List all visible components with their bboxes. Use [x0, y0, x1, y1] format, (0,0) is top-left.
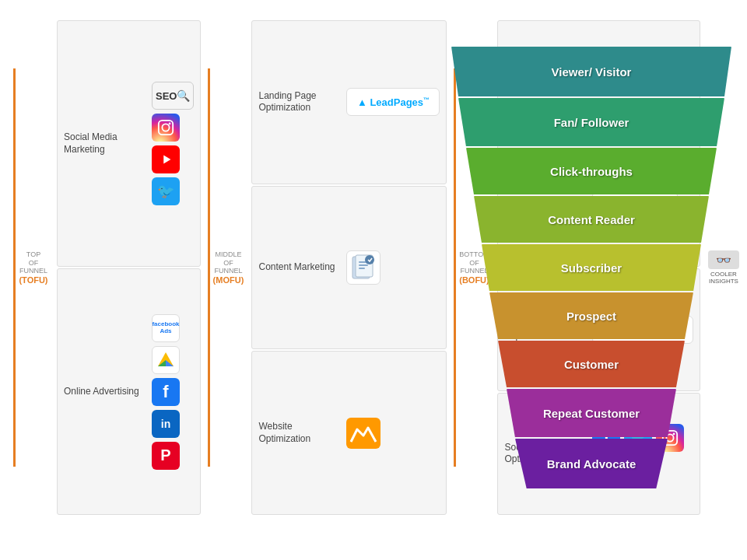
funnel-segment-4: Subscriber — [482, 244, 701, 291]
row-icons: facebookAdsfinP — [152, 314, 194, 470]
funnel-row: Landing Page Optimization▲ LeadPages™ — [251, 20, 447, 184]
rows-mofu: Landing Page Optimization▲ LeadPages™Con… — [251, 19, 447, 516]
segment-label-0: Viewer/ Visitor — [552, 65, 632, 79]
funnel-segment-8: Brand Advocate — [515, 439, 668, 488]
google-ads-icon — [152, 346, 180, 374]
section-accent-label-mofu: (MOFU) — [213, 275, 244, 285]
funnel-segment-2: Click-throughs — [466, 148, 717, 194]
funnel-row: Online AdvertisingfacebookAdsfinP — [57, 268, 201, 515]
segment-label-7: Repeat Customer — [543, 407, 640, 420]
pinterest-icon: P — [152, 442, 180, 470]
facebook-icon: f — [152, 378, 180, 406]
svg-marker-3 — [163, 156, 170, 164]
segment-label-8: Brand Advocate — [547, 457, 636, 471]
row-label: Landing Page Optimization — [258, 90, 340, 114]
funnel-segment-5: Prospect — [489, 292, 693, 339]
website-icon — [346, 418, 381, 449]
row-icons: SEO🔍🐦 — [152, 82, 194, 205]
section-label-mofu: MIDDLEOFFUNNEL(MOFU) — [201, 19, 251, 516]
section-tofu: TOPOFFUNNEL(TOFU)Social Media MarketingS… — [6, 19, 201, 516]
content-icon — [346, 250, 381, 285]
funnel-row: Social Media MarketingSEO🔍🐦 — [57, 20, 201, 267]
cooler-icon: 👓 — [708, 250, 739, 269]
left-panel: TOPOFFUNNEL(TOFU)Social Media MarketingS… — [6, 19, 442, 516]
youtube-icon — [152, 145, 180, 173]
seo-icon: SEO🔍 — [152, 82, 194, 110]
svg-point-2 — [169, 123, 171, 125]
svg-rect-0 — [159, 121, 173, 135]
page-title — [0, 0, 747, 19]
cooler-badge: 👓 COOLERINSIGHTS — [708, 250, 739, 285]
svg-point-1 — [162, 124, 169, 131]
instagram-icon — [152, 114, 180, 142]
segment-label-2: Click-throughs — [550, 165, 633, 178]
fb-ads-icon: facebookAds — [152, 314, 180, 342]
section-top-label-mofu: MIDDLEOFFUNNEL — [214, 250, 242, 275]
row-icons — [346, 418, 381, 449]
svg-rect-7 — [359, 264, 368, 266]
section-accent-label-tofu: (TOFU) — [19, 275, 47, 285]
funnel-segment-1: Fan/ Follower — [458, 98, 724, 146]
funnel-segment-7: Repeat Customer — [507, 389, 676, 437]
funnel-row: Content Marketing — [251, 186, 447, 350]
twitter-icon: 🐦 — [152, 177, 180, 205]
segment-label-5: Prospect — [566, 310, 616, 323]
funnel-segment-3: Content Reader — [474, 196, 709, 243]
svg-point-9 — [365, 255, 374, 264]
svg-rect-8 — [359, 268, 365, 269]
funnel-segment-6: Customer — [498, 341, 685, 387]
row-icons — [346, 250, 381, 285]
row-label: Website Optimization — [258, 421, 340, 445]
section-label-tofu: TOPOFFUNNEL(TOFU) — [6, 19, 57, 516]
segment-label-6: Customer — [564, 358, 619, 371]
row-label: Social Media Marketing — [64, 131, 146, 156]
rows-tofu: Social Media MarketingSEO🔍🐦Online Advert… — [57, 19, 201, 516]
row-icons: ▲ LeadPages™ — [346, 88, 440, 116]
row-label: Online Advertising — [64, 386, 146, 398]
funnel-container: Viewer/ VisitorFan/ FollowerClick-throug… — [451, 47, 731, 488]
section-mofu: MIDDLEOFFUNNEL(MOFU)Landing Page Optimiz… — [201, 19, 447, 516]
right-panel: Viewer/ VisitorFan/ FollowerClick-throug… — [442, 19, 741, 516]
segment-label-4: Subscriber — [561, 261, 622, 275]
main-layout: TOPOFFUNNEL(TOFU)Social Media MarketingS… — [0, 19, 747, 516]
segment-label-3: Content Reader — [548, 213, 635, 226]
linkedin-icon: in — [152, 410, 180, 438]
section-top-label-tofu: TOPOFFUNNEL — [19, 250, 47, 275]
row-label: Content Marketing — [258, 261, 340, 274]
segment-label-1: Fan/ Follower — [554, 116, 630, 129]
funnel-segment-0: Viewer/ Visitor — [451, 47, 731, 96]
leadpages-icon: ▲ LeadPages™ — [346, 88, 440, 116]
funnel-row: Website Optimization — [251, 351, 447, 515]
